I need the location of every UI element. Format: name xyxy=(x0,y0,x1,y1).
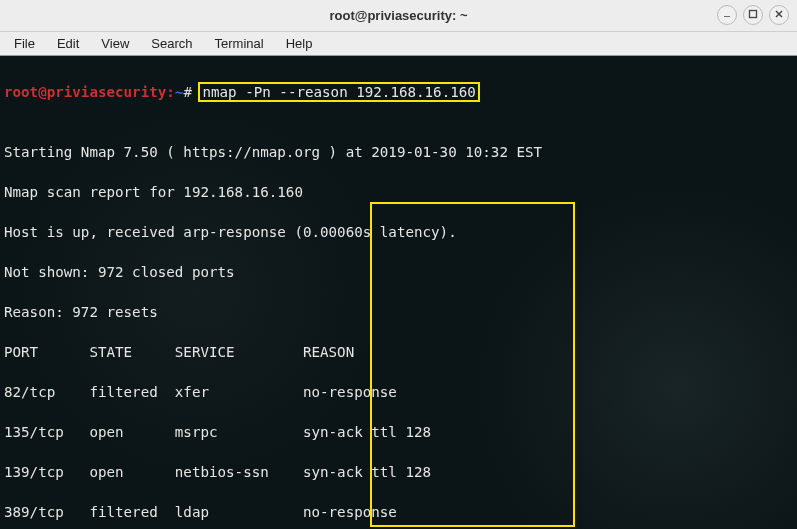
table-row: 139/tcp open netbios-ssn syn-ack ttl 128 xyxy=(4,462,793,482)
table-header: PORT STATE SERVICE REASON xyxy=(4,342,793,362)
prompt-hash: # xyxy=(183,84,192,100)
prompt-separator: : xyxy=(166,84,175,100)
menu-terminal[interactable]: Terminal xyxy=(205,34,274,53)
terminal-viewport[interactable]: root@priviasecurity:~# nmap -Pn --reason… xyxy=(0,56,797,529)
output-report: Nmap scan report for 192.168.16.160 xyxy=(4,182,793,202)
output-reason: Reason: 972 resets xyxy=(4,302,793,322)
output-host: Host is up, received arp-response (0.000… xyxy=(4,222,793,242)
prompt-line: root@priviasecurity:~# nmap -Pn --reason… xyxy=(4,82,793,102)
table-row: 82/tcp filtered xfer no-response xyxy=(4,382,793,402)
output-notshown: Not shown: 972 closed ports xyxy=(4,262,793,282)
svg-rect-0 xyxy=(750,11,757,18)
minimize-button[interactable]: – xyxy=(717,5,737,25)
menu-file[interactable]: File xyxy=(4,34,45,53)
window-title: root@priviasecurity: ~ xyxy=(329,8,467,23)
table-row: 389/tcp filtered ldap no-response xyxy=(4,502,793,522)
close-icon xyxy=(774,9,784,21)
menu-view[interactable]: View xyxy=(91,34,139,53)
command-highlight: nmap -Pn --reason 192.168.16.160 xyxy=(200,84,477,100)
menu-bar: File Edit View Search Terminal Help xyxy=(0,32,797,56)
minimize-icon: – xyxy=(724,10,730,21)
table-row: 135/tcp open msrpc syn-ack ttl 128 xyxy=(4,422,793,442)
maximize-button[interactable] xyxy=(743,5,763,25)
menu-edit[interactable]: Edit xyxy=(47,34,89,53)
window-controls: – xyxy=(717,5,789,25)
menu-help[interactable]: Help xyxy=(276,34,323,53)
maximize-icon xyxy=(748,9,758,21)
close-button[interactable] xyxy=(769,5,789,25)
prompt-user-host: root@priviasecurity xyxy=(4,84,166,100)
window-titlebar: root@priviasecurity: ~ – xyxy=(0,0,797,32)
output-starting: Starting Nmap 7.50 ( https://nmap.org ) … xyxy=(4,142,793,162)
menu-search[interactable]: Search xyxy=(141,34,202,53)
